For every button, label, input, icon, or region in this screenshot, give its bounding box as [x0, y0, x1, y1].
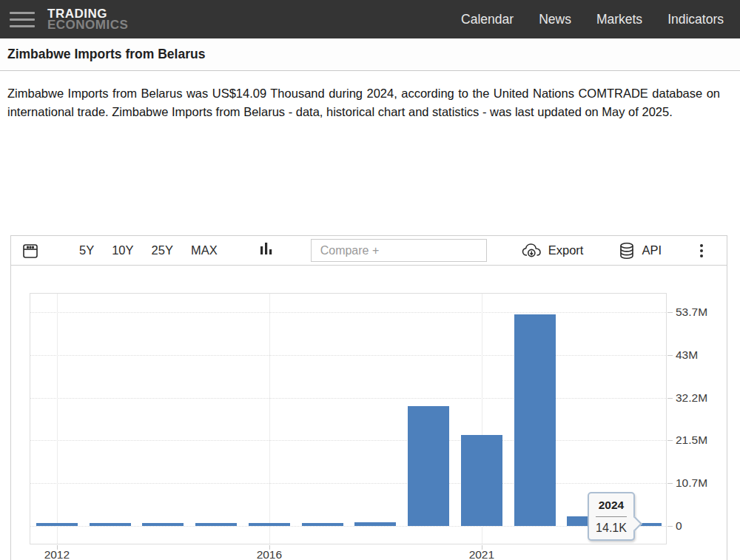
plot-area: 2024 14.1K 53.7M43M32.2M21.5M10.7M020122…: [30, 293, 667, 544]
gridline-horizontal: [30, 398, 666, 399]
chart-bar[interactable]: [408, 406, 449, 526]
kebab-menu-icon[interactable]: [697, 243, 706, 259]
chart-bar[interactable]: [36, 523, 78, 527]
x-axis-label: 2012: [31, 548, 83, 560]
hamburger-menu-icon[interactable]: [10, 12, 35, 27]
compare-input[interactable]: [311, 239, 487, 262]
gridline-horizontal: [30, 526, 666, 527]
api-button[interactable]: API: [619, 242, 662, 260]
tooltip-year: 2024: [589, 499, 633, 516]
gridline-vertical: [57, 294, 58, 544]
cloud-download-icon: [522, 243, 542, 259]
tooltip-value: 14.1K: [589, 517, 633, 535]
api-label: API: [642, 243, 662, 257]
y-axis-tick: [667, 398, 673, 399]
chart-bar[interactable]: [195, 523, 237, 527]
y-axis-tick: [667, 526, 673, 527]
chart-tooltip: 2024 14.1K: [588, 492, 635, 541]
toolbar-right-group: Export API: [522, 242, 716, 260]
y-axis-label: 21.5M: [676, 434, 727, 447]
y-axis-label: 53.7M: [676, 306, 727, 319]
y-axis-tick: [667, 440, 673, 441]
export-label: Export: [548, 243, 584, 257]
y-axis-tick: [667, 312, 673, 313]
nav-calendar[interactable]: Calendar: [461, 12, 514, 27]
gridline-horizontal: [30, 355, 666, 356]
y-axis-tick: [667, 483, 673, 484]
chart-bar[interactable]: [142, 523, 184, 527]
y-axis-label: 43M: [676, 348, 727, 362]
chart-toolbar: 5Y 10Y 25Y MAX Export: [11, 236, 727, 266]
page-title: Zimbabwe Imports from Belarus: [0, 47, 205, 62]
title-bar: Zimbabwe Imports from Belarus: [0, 38, 740, 71]
range-25y[interactable]: 25Y: [152, 243, 173, 257]
nav-news[interactable]: News: [539, 12, 571, 27]
chart-type-icon[interactable]: [260, 243, 272, 259]
logo-line-2: ECONOMICS: [47, 19, 128, 30]
range-10y[interactable]: 10Y: [112, 243, 133, 257]
range-selector: 5Y 10Y 25Y MAX: [79, 243, 218, 257]
chart-bar[interactable]: [354, 522, 396, 526]
chart-bar[interactable]: [302, 523, 343, 527]
main-nav: Calendar News Markets Indicators: [461, 12, 740, 27]
chart-bar[interactable]: [249, 523, 290, 527]
nav-indicators[interactable]: Indicators: [667, 12, 724, 27]
gridline-vertical: [269, 294, 270, 544]
chart-widget: 5Y 10Y 25Y MAX Export: [10, 235, 727, 560]
calendar-icon[interactable]: [21, 242, 39, 260]
chart-region: 2024 14.1K 53.7M43M32.2M21.5M10.7M020122…: [11, 266, 727, 560]
chart-bar[interactable]: [514, 314, 556, 526]
nav-markets[interactable]: Markets: [596, 12, 642, 27]
range-5y[interactable]: 5Y: [79, 243, 94, 257]
y-axis-label: 0: [676, 519, 727, 533]
chart-bar[interactable]: [461, 435, 502, 526]
x-axis-label: 2021: [456, 548, 508, 560]
range-max[interactable]: MAX: [191, 243, 218, 257]
top-header: TRADING ECONOMICS Calendar News Markets …: [0, 0, 740, 38]
gridline-horizontal: [30, 312, 666, 313]
description-paragraph: Zimbabwe Imports from Belarus was US$14.…: [7, 84, 720, 121]
gridline-horizontal: [30, 483, 666, 484]
y-axis-label: 10.7M: [676, 476, 727, 490]
database-icon: [619, 242, 635, 260]
chart-bar[interactable]: [90, 523, 131, 527]
x-axis-label: 2016: [243, 548, 295, 560]
y-axis-label: 32.2M: [676, 391, 727, 405]
gridline-horizontal: [30, 440, 666, 441]
trading-economics-logo[interactable]: TRADING ECONOMICS: [47, 8, 128, 30]
y-axis-tick: [667, 355, 673, 356]
export-button[interactable]: Export: [522, 243, 584, 259]
